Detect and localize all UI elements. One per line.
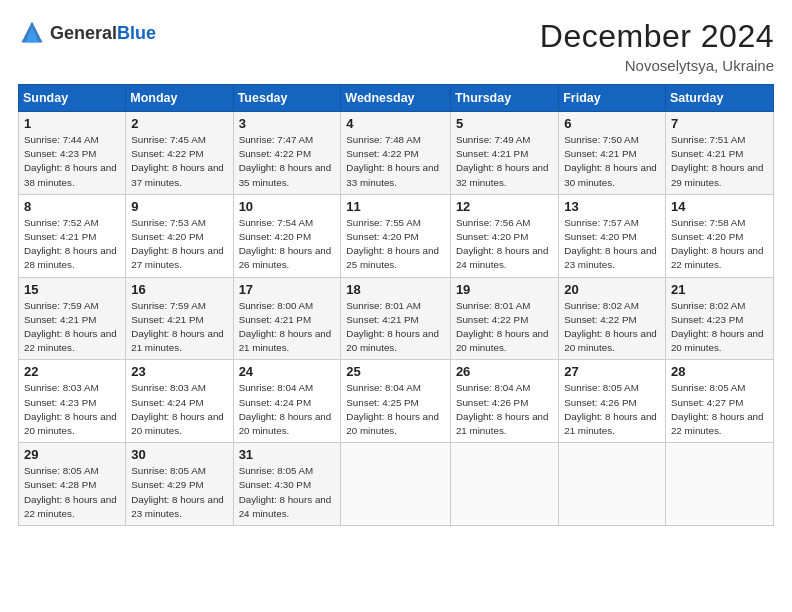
- calendar-cell: 21Sunrise: 8:02 AMSunset: 4:23 PMDayligh…: [665, 277, 773, 360]
- cell-info: Sunrise: 8:01 AMSunset: 4:22 PMDaylight:…: [456, 299, 553, 356]
- cell-info: Sunrise: 7:49 AMSunset: 4:21 PMDaylight:…: [456, 133, 553, 190]
- cell-info: Sunrise: 8:02 AMSunset: 4:23 PMDaylight:…: [671, 299, 768, 356]
- day-header-saturday: Saturday: [665, 85, 773, 112]
- calendar-cell: [665, 443, 773, 526]
- week-row-5: 29Sunrise: 8:05 AMSunset: 4:28 PMDayligh…: [19, 443, 774, 526]
- day-number: 13: [564, 199, 660, 214]
- calendar-cell: 24Sunrise: 8:04 AMSunset: 4:24 PMDayligh…: [233, 360, 341, 443]
- calendar-cell: 1Sunrise: 7:44 AMSunset: 4:23 PMDaylight…: [19, 112, 126, 195]
- cell-info: Sunrise: 8:02 AMSunset: 4:22 PMDaylight:…: [564, 299, 660, 356]
- calendar-cell: 4Sunrise: 7:48 AMSunset: 4:22 PMDaylight…: [341, 112, 451, 195]
- day-number: 25: [346, 364, 445, 379]
- cell-info: Sunrise: 8:05 AMSunset: 4:28 PMDaylight:…: [24, 464, 120, 521]
- day-number: 8: [24, 199, 120, 214]
- cell-info: Sunrise: 7:53 AMSunset: 4:20 PMDaylight:…: [131, 216, 227, 273]
- cell-info: Sunrise: 8:05 AMSunset: 4:26 PMDaylight:…: [564, 381, 660, 438]
- calendar-cell: 29Sunrise: 8:05 AMSunset: 4:28 PMDayligh…: [19, 443, 126, 526]
- calendar-cell: [450, 443, 558, 526]
- day-header-tuesday: Tuesday: [233, 85, 341, 112]
- calendar-cell: 3Sunrise: 7:47 AMSunset: 4:22 PMDaylight…: [233, 112, 341, 195]
- cell-info: Sunrise: 7:56 AMSunset: 4:20 PMDaylight:…: [456, 216, 553, 273]
- day-number: 16: [131, 282, 227, 297]
- day-number: 30: [131, 447, 227, 462]
- day-number: 27: [564, 364, 660, 379]
- day-header-friday: Friday: [559, 85, 666, 112]
- calendar-cell: 18Sunrise: 8:01 AMSunset: 4:21 PMDayligh…: [341, 277, 451, 360]
- calendar-cell: 14Sunrise: 7:58 AMSunset: 4:20 PMDayligh…: [665, 194, 773, 277]
- day-number: 17: [239, 282, 336, 297]
- logo-blue: Blue: [117, 23, 156, 43]
- calendar: SundayMondayTuesdayWednesdayThursdayFrid…: [18, 84, 774, 526]
- cell-info: Sunrise: 7:59 AMSunset: 4:21 PMDaylight:…: [131, 299, 227, 356]
- calendar-cell: 25Sunrise: 8:04 AMSunset: 4:25 PMDayligh…: [341, 360, 451, 443]
- cell-info: Sunrise: 8:04 AMSunset: 4:25 PMDaylight:…: [346, 381, 445, 438]
- calendar-cell: 26Sunrise: 8:04 AMSunset: 4:26 PMDayligh…: [450, 360, 558, 443]
- cell-info: Sunrise: 8:05 AMSunset: 4:27 PMDaylight:…: [671, 381, 768, 438]
- cell-info: Sunrise: 8:05 AMSunset: 4:29 PMDaylight:…: [131, 464, 227, 521]
- calendar-cell: [341, 443, 451, 526]
- title-block: December 2024 Novoselytsya, Ukraine: [540, 18, 774, 74]
- week-row-4: 22Sunrise: 8:03 AMSunset: 4:23 PMDayligh…: [19, 360, 774, 443]
- day-number: 23: [131, 364, 227, 379]
- calendar-cell: 7Sunrise: 7:51 AMSunset: 4:21 PMDaylight…: [665, 112, 773, 195]
- cell-info: Sunrise: 8:04 AMSunset: 4:26 PMDaylight:…: [456, 381, 553, 438]
- day-number: 28: [671, 364, 768, 379]
- day-number: 14: [671, 199, 768, 214]
- cell-info: Sunrise: 7:47 AMSunset: 4:22 PMDaylight:…: [239, 133, 336, 190]
- day-number: 26: [456, 364, 553, 379]
- calendar-cell: 12Sunrise: 7:56 AMSunset: 4:20 PMDayligh…: [450, 194, 558, 277]
- cell-info: Sunrise: 7:44 AMSunset: 4:23 PMDaylight:…: [24, 133, 120, 190]
- cell-info: Sunrise: 7:51 AMSunset: 4:21 PMDaylight:…: [671, 133, 768, 190]
- calendar-cell: 5Sunrise: 7:49 AMSunset: 4:21 PMDaylight…: [450, 112, 558, 195]
- header: GeneralBlue December 2024 Novoselytsya, …: [18, 18, 774, 74]
- day-number: 12: [456, 199, 553, 214]
- day-number: 29: [24, 447, 120, 462]
- calendar-cell: 28Sunrise: 8:05 AMSunset: 4:27 PMDayligh…: [665, 360, 773, 443]
- day-number: 10: [239, 199, 336, 214]
- calendar-cell: 16Sunrise: 7:59 AMSunset: 4:21 PMDayligh…: [126, 277, 233, 360]
- cell-info: Sunrise: 8:00 AMSunset: 4:21 PMDaylight:…: [239, 299, 336, 356]
- cell-info: Sunrise: 7:57 AMSunset: 4:20 PMDaylight:…: [564, 216, 660, 273]
- cell-info: Sunrise: 7:58 AMSunset: 4:20 PMDaylight:…: [671, 216, 768, 273]
- cell-info: Sunrise: 7:59 AMSunset: 4:21 PMDaylight:…: [24, 299, 120, 356]
- calendar-cell: 2Sunrise: 7:45 AMSunset: 4:22 PMDaylight…: [126, 112, 233, 195]
- cell-info: Sunrise: 8:04 AMSunset: 4:24 PMDaylight:…: [239, 381, 336, 438]
- week-row-2: 8Sunrise: 7:52 AMSunset: 4:21 PMDaylight…: [19, 194, 774, 277]
- day-number: 11: [346, 199, 445, 214]
- week-row-3: 15Sunrise: 7:59 AMSunset: 4:21 PMDayligh…: [19, 277, 774, 360]
- day-number: 7: [671, 116, 768, 131]
- day-number: 22: [24, 364, 120, 379]
- calendar-cell: 19Sunrise: 8:01 AMSunset: 4:22 PMDayligh…: [450, 277, 558, 360]
- calendar-cell: 27Sunrise: 8:05 AMSunset: 4:26 PMDayligh…: [559, 360, 666, 443]
- calendar-cell: 22Sunrise: 8:03 AMSunset: 4:23 PMDayligh…: [19, 360, 126, 443]
- calendar-cell: 11Sunrise: 7:55 AMSunset: 4:20 PMDayligh…: [341, 194, 451, 277]
- calendar-header-row: SundayMondayTuesdayWednesdayThursdayFrid…: [19, 85, 774, 112]
- calendar-cell: 17Sunrise: 8:00 AMSunset: 4:21 PMDayligh…: [233, 277, 341, 360]
- cell-info: Sunrise: 8:03 AMSunset: 4:24 PMDaylight:…: [131, 381, 227, 438]
- week-row-1: 1Sunrise: 7:44 AMSunset: 4:23 PMDaylight…: [19, 112, 774, 195]
- day-number: 15: [24, 282, 120, 297]
- calendar-cell: 30Sunrise: 8:05 AMSunset: 4:29 PMDayligh…: [126, 443, 233, 526]
- calendar-cell: 15Sunrise: 7:59 AMSunset: 4:21 PMDayligh…: [19, 277, 126, 360]
- calendar-cell: 23Sunrise: 8:03 AMSunset: 4:24 PMDayligh…: [126, 360, 233, 443]
- calendar-cell: 9Sunrise: 7:53 AMSunset: 4:20 PMDaylight…: [126, 194, 233, 277]
- day-number: 5: [456, 116, 553, 131]
- cell-info: Sunrise: 7:54 AMSunset: 4:20 PMDaylight:…: [239, 216, 336, 273]
- logo: GeneralBlue: [18, 18, 156, 50]
- calendar-cell: 8Sunrise: 7:52 AMSunset: 4:21 PMDaylight…: [19, 194, 126, 277]
- calendar-cell: 10Sunrise: 7:54 AMSunset: 4:20 PMDayligh…: [233, 194, 341, 277]
- day-header-thursday: Thursday: [450, 85, 558, 112]
- day-number: 20: [564, 282, 660, 297]
- day-number: 19: [456, 282, 553, 297]
- day-number: 21: [671, 282, 768, 297]
- calendar-cell: 13Sunrise: 7:57 AMSunset: 4:20 PMDayligh…: [559, 194, 666, 277]
- cell-info: Sunrise: 8:01 AMSunset: 4:21 PMDaylight:…: [346, 299, 445, 356]
- cell-info: Sunrise: 8:05 AMSunset: 4:30 PMDaylight:…: [239, 464, 336, 521]
- logo-text: GeneralBlue: [50, 24, 156, 44]
- day-number: 1: [24, 116, 120, 131]
- day-number: 24: [239, 364, 336, 379]
- cell-info: Sunrise: 7:48 AMSunset: 4:22 PMDaylight:…: [346, 133, 445, 190]
- day-number: 4: [346, 116, 445, 131]
- cell-info: Sunrise: 8:03 AMSunset: 4:23 PMDaylight:…: [24, 381, 120, 438]
- day-header-sunday: Sunday: [19, 85, 126, 112]
